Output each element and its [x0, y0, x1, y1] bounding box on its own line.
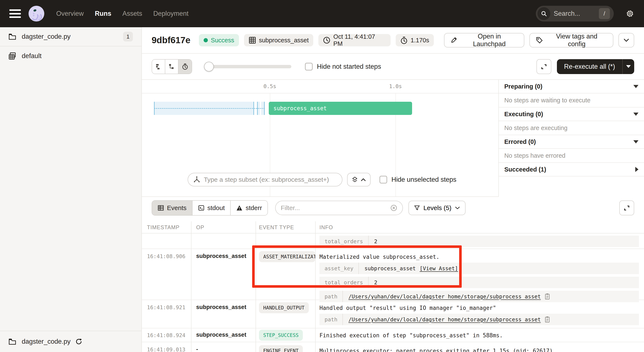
event-op: subprocess_asset	[196, 332, 246, 338]
axis-tick: 0.5s	[264, 83, 276, 89]
status-empty-text: No steps have errored	[499, 149, 644, 163]
chevron-down-icon	[455, 206, 460, 210]
warning-icon	[236, 205, 242, 211]
nav-item-deployment[interactable]: Deployment	[153, 10, 188, 17]
col-op: OP	[196, 224, 204, 231]
open-in-launchpad-button[interactable]: Open in Launchpad	[444, 33, 524, 47]
metadata-value: 2	[369, 280, 383, 286]
log-filter-input[interactable]	[281, 204, 390, 212]
zoom-slider-knob[interactable]	[204, 62, 214, 71]
gantt-fullscreen-button[interactable]	[536, 59, 551, 74]
tab-stdout[interactable]: stdout	[192, 201, 231, 215]
events-fullscreen-button[interactable]	[619, 200, 634, 215]
gantt-toolbar: Hide not started steps Re-execute all (*…	[142, 54, 644, 80]
table-row[interactable]: 16:41:08.924 subprocess_asset STEP_SUCCE…	[142, 328, 644, 342]
top-nav: Overview Runs Assets Deployment /	[0, 0, 644, 27]
sidebar-item-code-location[interactable]: dagster_code.py 1	[0, 27, 142, 46]
tab-events[interactable]: Events	[152, 201, 192, 215]
reexecute-all-caret[interactable]	[622, 59, 634, 74]
hide-unselected-checkbox[interactable]	[380, 176, 387, 183]
step-subset-input[interactable]	[204, 176, 337, 183]
hide-not-started-checkbox[interactable]	[305, 63, 313, 70]
event-message: Materialized value subprocess_asset.	[320, 249, 639, 260]
levels-filter-button[interactable]: Levels (5)	[408, 201, 466, 215]
dagster-run-page: Overview Runs Assets Deployment / dagste…	[0, 0, 644, 352]
stopwatch-icon	[400, 36, 408, 44]
graph-options-button[interactable]	[347, 173, 370, 186]
run-actions-chevron-button[interactable]	[618, 33, 634, 47]
caret-right-icon	[635, 167, 638, 172]
metadata-row: total_orders 2	[320, 236, 639, 247]
global-search[interactable]: /	[536, 6, 614, 21]
status-section-executing[interactable]: Executing (0)	[499, 107, 644, 121]
run-header: 9dbf617e Success subprocess_asset	[142, 27, 644, 54]
gantt-view-mode-toggle	[152, 59, 192, 74]
job-label: default	[22, 52, 42, 60]
view-mode-timed-button[interactable]	[178, 60, 192, 74]
settings-gear-icon[interactable]	[625, 9, 635, 18]
reexecute-all-main[interactable]: Re-execute all (*)	[557, 59, 622, 74]
dagster-logo[interactable]	[28, 6, 44, 21]
folder-icon	[8, 33, 16, 40]
chevron-up-icon	[361, 178, 366, 181]
events-section: Events stdout	[142, 197, 644, 352]
metadata-value: 2	[369, 238, 383, 245]
clear-filter-icon[interactable]	[390, 204, 398, 212]
caret-down-icon	[633, 113, 638, 116]
path-link[interactable]: /Users/yuhan/dev/local/dagster_home/stor…	[348, 317, 541, 323]
run-id: 9dbf617e	[152, 35, 190, 45]
copy-path-icon[interactable]	[544, 293, 550, 300]
event-type-pill: HANDLED_OUTPUT	[259, 302, 309, 313]
status-empty-text: No steps are executing	[499, 121, 644, 135]
expand-icon	[623, 204, 630, 212]
nav-item-overview[interactable]: Overview	[56, 10, 84, 17]
event-type-pill: ASSET_MATERIALIZAT…	[259, 251, 315, 262]
metadata-key: total_orders	[320, 236, 369, 247]
status-section-succeeded[interactable]: Succeeded (1)	[499, 163, 644, 176]
hamburger-menu-icon[interactable]	[9, 9, 21, 18]
tag-icon	[536, 37, 543, 44]
event-message: Multiprocess executor: parent process ex…	[320, 342, 639, 352]
sidebar-item-job-default[interactable]: default	[0, 46, 142, 65]
path-link[interactable]: /Users/yuhan/dev/local/dagster_home/stor…	[348, 294, 541, 300]
table-header: TIMESTAMP OP EVENT TYPE INFO	[142, 221, 644, 234]
table-row[interactable]: 16:41:08.921 subprocess_asset HANDLED_OU…	[142, 300, 644, 328]
table-row[interactable]: 16:41:08.906 subprocess_asset ASSET_MATE…	[142, 249, 644, 300]
search-shortcut-badge: /	[599, 8, 610, 19]
table-row[interactable]: total_orders 2	[142, 234, 644, 249]
metadata-key: asset_key	[320, 263, 359, 274]
event-type-pill: ENGINE_EVENT	[259, 345, 303, 352]
nav-item-runs[interactable]: Runs	[95, 10, 112, 17]
reload-icon[interactable]	[75, 338, 82, 345]
zoom-slider[interactable]	[205, 65, 291, 68]
table-row[interactable]: 16:41:09.013 - ENGINE_EVENT Multiprocess…	[142, 342, 644, 352]
hide-not-started-label: Hide not started steps	[317, 63, 381, 70]
log-tabs: Events stdout	[152, 200, 268, 216]
folder-icon	[8, 338, 16, 345]
status-section-preparing[interactable]: Preparing (0)	[499, 80, 644, 93]
status-section-errored[interactable]: Errored (0)	[499, 135, 644, 149]
copy-path-icon[interactable]	[544, 316, 550, 323]
view-tags-config-button[interactable]: View tags and config	[530, 33, 613, 47]
gantt-section: 0.5s 1.0s subprocess_asset	[142, 80, 644, 197]
metadata-key: path	[320, 314, 343, 325]
axis-tick: 1.0s	[389, 83, 402, 89]
left-sidebar: dagster_code.py 1 default dagster_code.p…	[0, 27, 142, 352]
event-timestamp: 16:41:08.906	[147, 253, 186, 259]
search-input[interactable]	[554, 10, 599, 17]
op-selector-icon	[193, 176, 200, 183]
tab-stderr[interactable]: stderr	[231, 201, 268, 215]
view-asset-link[interactable]: [View Asset]	[420, 265, 458, 272]
asset-grid-icon	[249, 37, 256, 44]
gantt-chart: 0.5s 1.0s subprocess_asset	[142, 80, 498, 197]
gantt-step-bar[interactable]: subprocess_asset	[269, 102, 412, 115]
asset-tag[interactable]: subprocess_asset	[244, 34, 314, 46]
metadata-key: total_orders	[320, 277, 369, 288]
view-mode-flat-button[interactable]	[152, 60, 165, 74]
octopus-logo-icon	[28, 6, 44, 21]
sidebar-bottom-code-location: dagster_code.py	[0, 331, 142, 352]
nav-item-assets[interactable]: Assets	[122, 10, 142, 17]
event-type-pill: STEP_SUCCESS	[259, 330, 303, 341]
view-mode-waterfall-button[interactable]	[165, 60, 178, 74]
event-log-table: TIMESTAMP OP EVENT TYPE INFO total_order…	[142, 221, 644, 352]
